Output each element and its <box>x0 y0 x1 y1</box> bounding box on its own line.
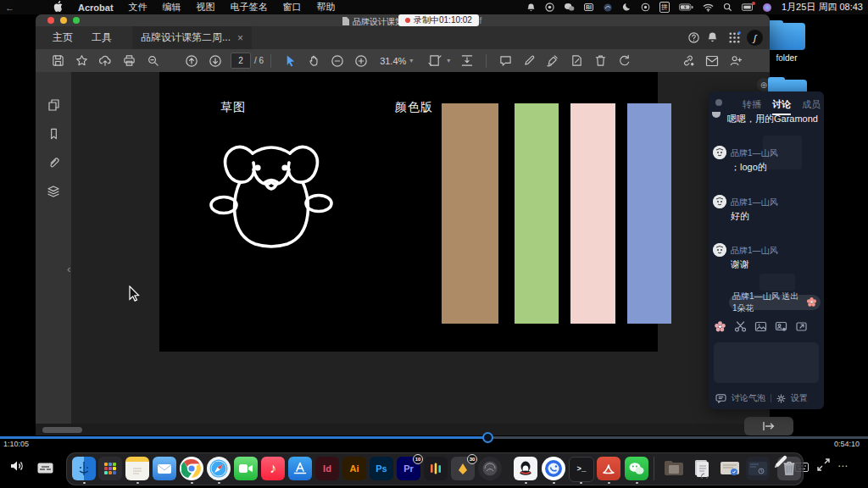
annotate-pencil-icon[interactable] <box>771 452 788 474</box>
dock-mail-icon[interactable] <box>153 457 176 480</box>
tab-tools[interactable]: 工具 <box>92 30 112 45</box>
bubble-toggle-label[interactable]: 讨论气泡 <box>732 392 765 404</box>
next-page-icon[interactable] <box>203 52 227 70</box>
chat-input-area[interactable] <box>714 342 819 383</box>
menu-view[interactable]: 视图 <box>197 1 215 14</box>
tab-document[interactable]: 品牌设计课第二周... × <box>132 26 252 49</box>
c-circle-icon[interactable] <box>545 3 554 12</box>
notifications-bell-icon[interactable] <box>706 31 719 44</box>
zoom-level[interactable]: 31.4% <box>380 56 406 66</box>
siri-icon[interactable] <box>762 3 772 13</box>
hand-tool-icon[interactable] <box>302 52 326 70</box>
email-icon[interactable] <box>700 52 724 70</box>
print-icon[interactable] <box>117 52 141 70</box>
scrollbar-thumb[interactable] <box>42 427 82 433</box>
share-link-icon[interactable] <box>676 52 700 70</box>
menu-file[interactable]: 文件 <box>129 1 147 14</box>
bubble-toggle-icon[interactable] <box>715 394 726 403</box>
dock-photoshop-icon[interactable]: Ps <box>370 457 393 480</box>
dock-launchpad-icon[interactable] <box>98 457 122 480</box>
redo-icon[interactable] <box>612 52 636 70</box>
menu-app-name[interactable]: Acrobat <box>78 3 114 13</box>
scissors-screenshot-icon[interactable] <box>734 320 747 333</box>
image-icon[interactable] <box>754 320 767 333</box>
close-window-button[interactable] <box>47 17 54 24</box>
skip-forward-button[interactable] <box>744 417 793 435</box>
comment-icon[interactable] <box>493 52 517 70</box>
horizontal-scrollbar[interactable] <box>36 424 770 435</box>
zoom-dropdown-icon[interactable]: ▾ <box>409 57 413 64</box>
dock-music-icon[interactable]: ♪ <box>261 457 285 480</box>
dock-facetime-icon[interactable] <box>234 457 258 480</box>
user-avatar[interactable]: ʃ <box>747 30 763 46</box>
dock-appstore-icon[interactable] <box>288 457 312 480</box>
dock-chrome-icon[interactable] <box>180 457 203 480</box>
dock-system-app-icon[interactable] <box>478 457 502 480</box>
fit-width-icon[interactable] <box>455 52 479 70</box>
wechat-status-icon[interactable] <box>564 3 575 12</box>
save-icon[interactable] <box>46 52 70 70</box>
tab-close-icon[interactable]: × <box>237 32 243 44</box>
dock-premiere-icon[interactable]: Pr10 <box>397 457 420 480</box>
fit-dropdown-icon[interactable]: ▾ <box>447 57 450 64</box>
share-cloud-icon[interactable] <box>93 52 117 70</box>
volume-speaker-icon[interactable] <box>10 460 25 475</box>
window-titlebar[interactable]: 品牌设计课第 录制中01:10:02 df <box>36 14 770 26</box>
minimize-window-button[interactable] <box>60 17 67 24</box>
progress-handle[interactable] <box>482 432 493 443</box>
bookmarks-icon[interactable] <box>42 125 65 143</box>
layers-icon[interactable] <box>42 182 65 201</box>
apple-menu-icon[interactable] <box>53 1 63 14</box>
dock-acrobat-icon[interactable] <box>597 457 620 480</box>
search-icon[interactable] <box>141 52 164 70</box>
settings-label[interactable]: 设置 <box>791 392 808 404</box>
collapse-arrows-icon[interactable] <box>816 458 831 475</box>
dock-indesign-icon[interactable]: Id <box>315 457 339 480</box>
dock-documents-stack-icon[interactable] <box>690 457 714 480</box>
zoom-in-icon[interactable] <box>349 52 373 70</box>
delete-trash-icon[interactable] <box>588 52 612 70</box>
moon-icon[interactable] <box>622 3 632 12</box>
zoom-window-button[interactable] <box>73 17 80 24</box>
fit-page-icon[interactable] <box>423 52 447 70</box>
highlight-pen-icon[interactable] <box>517 52 541 70</box>
dock-notes-icon[interactable] <box>125 457 149 480</box>
spotlight-search-icon[interactable] <box>723 3 732 12</box>
menu-window[interactable]: 窗口 <box>283 1 302 14</box>
send-flower-icon[interactable] <box>714 320 726 333</box>
menu-esign[interactable]: 电子签名 <box>231 1 268 14</box>
menu-help[interactable]: 帮助 <box>317 1 336 14</box>
star-icon[interactable] <box>70 52 93 70</box>
display-mirroring-icon[interactable] <box>742 3 753 12</box>
help-icon[interactable] <box>687 31 700 44</box>
dock-qq-icon[interactable] <box>514 457 537 480</box>
captions-icon[interactable] <box>37 462 53 477</box>
dock-minimized-window-icon[interactable] <box>746 457 770 480</box>
dock-folder-downloads-icon[interactable] <box>662 457 686 480</box>
fill-sign-icon[interactable] <box>565 52 588 70</box>
dock-finder-icon[interactable] <box>72 457 96 480</box>
member-chat-icon[interactable] <box>775 320 787 333</box>
sign-pen-icon[interactable] <box>541 52 565 70</box>
record-status-icon[interactable] <box>641 3 650 12</box>
add-reviewer-icon[interactable] <box>724 52 748 70</box>
ime-pinyin-badge[interactable]: 拼 <box>659 2 670 13</box>
select-tool-icon[interactable] <box>278 52 302 70</box>
collapse-panel-chevron-icon[interactable]: ‹ <box>67 263 70 275</box>
dock-sketch-app-icon[interactable]: 30 <box>451 457 475 480</box>
settings-gear-icon[interactable] <box>776 394 786 403</box>
dock-wechat-icon[interactable] <box>625 457 648 480</box>
bell-icon[interactable] <box>526 3 536 13</box>
more-options-icon[interactable]: ⋯ <box>837 460 849 472</box>
popout-share-icon[interactable] <box>795 320 808 333</box>
dock-document-badge-icon[interactable] <box>718 457 742 480</box>
wifi-icon[interactable] <box>703 3 714 12</box>
dock-media-app-icon[interactable] <box>424 457 448 480</box>
menubar-clock[interactable]: 1月25日 周四 08:43 <box>782 1 863 14</box>
menu-edit[interactable]: 编辑 <box>163 1 181 14</box>
progress-bar-remaining[interactable] <box>487 436 868 439</box>
dock-illustrator-icon[interactable]: Ai <box>342 457 366 480</box>
attachments-icon[interactable] <box>42 153 65 172</box>
back-arrow-icon[interactable]: ← <box>5 3 14 13</box>
progress-bar-elapsed[interactable] <box>0 436 487 439</box>
